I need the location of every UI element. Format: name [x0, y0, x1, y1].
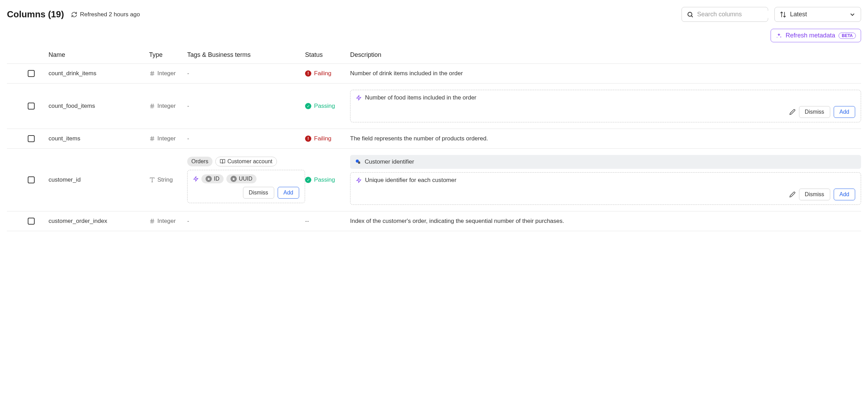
cell-tags: - — [187, 218, 305, 225]
svg-line-4 — [151, 71, 152, 76]
dismiss-button[interactable]: Dismiss — [799, 106, 830, 118]
svg-rect-20 — [359, 162, 360, 162]
cell-name: count_drink_items — [49, 70, 149, 77]
passing-icon: ✓ — [305, 103, 311, 109]
svg-marker-10 — [357, 95, 361, 100]
table-header: Name Type Tags & Business terms Status D… — [7, 46, 861, 64]
status-label: Failing — [314, 70, 331, 77]
svg-marker-17 — [194, 176, 198, 181]
svg-line-24 — [151, 219, 152, 224]
cell-tags: Orders Customer account ★ ID — [187, 157, 305, 203]
failing-icon: ! — [305, 136, 311, 142]
suggestion-box: Unique identifier for each customer Dism… — [350, 172, 861, 205]
cell-type: Integer — [149, 70, 187, 77]
cell-description: Number of food items included in the ord… — [350, 90, 861, 122]
cell-type: Integer — [149, 103, 187, 110]
suggested-tag[interactable]: ★ ID — [201, 174, 224, 183]
refresh-metadata-label: Refresh metadata — [785, 32, 835, 39]
tag-label: UUID — [239, 176, 252, 182]
tag-label: Customer account — [227, 158, 272, 165]
type-label: String — [157, 176, 173, 183]
hash-icon — [149, 103, 155, 109]
row-checkbox[interactable] — [28, 176, 35, 183]
table-row: customer_order_index Integer - -- Index … — [7, 211, 861, 231]
add-button[interactable]: Add — [278, 187, 299, 199]
sort-select[interactable]: Latest — [774, 7, 861, 22]
bolt-icon — [356, 95, 362, 101]
page-header: Columns (19) Refreshed 2 hours ago Lates… — [7, 7, 861, 22]
status-badge: ! Failing — [305, 70, 350, 77]
table-row: count_items Integer - ! Failing The fiel… — [7, 129, 861, 149]
th-tags: Tags & Business terms — [187, 51, 305, 59]
cell-description: Index of the customer's order, indicatin… — [350, 218, 861, 225]
table-row: count_food_items Integer - ✓ Passing Num… — [7, 84, 861, 129]
add-button[interactable]: Add — [834, 189, 855, 200]
cell-name: customer_id — [49, 176, 149, 183]
th-description: Description — [350, 51, 861, 59]
svg-point-0 — [688, 12, 692, 16]
tag-label: ID — [214, 176, 219, 182]
cell-type: Integer — [149, 135, 187, 142]
th-type: Type — [149, 51, 187, 59]
svg-line-14 — [153, 136, 154, 141]
cell-type: String — [149, 176, 187, 183]
dismiss-button[interactable]: Dismiss — [243, 187, 274, 199]
refresh-metadata-button[interactable]: Refresh metadata BETA — [771, 29, 861, 42]
row-checkbox[interactable] — [28, 218, 35, 225]
row-checkbox[interactable] — [28, 135, 35, 142]
sparkle-icon — [776, 33, 782, 39]
page-title: Columns (19) — [7, 9, 64, 20]
svg-line-1 — [692, 16, 693, 17]
refresh-metadata-row: Refresh metadata BETA — [7, 29, 861, 42]
star-icon: ★ — [231, 176, 237, 182]
star-icon: ★ — [206, 176, 212, 182]
status-badge: ! Failing — [305, 135, 350, 142]
cell-description: The field represents the number of produ… — [350, 135, 861, 142]
cell-tags: - — [187, 70, 305, 77]
row-checkbox[interactable] — [28, 103, 35, 110]
table-row: count_drink_items Integer - ! Failing Nu… — [7, 64, 861, 84]
tag-pill[interactable]: Customer account — [215, 157, 277, 166]
sort-label: Latest — [790, 11, 807, 18]
suggestion-box: Number of food items included in the ord… — [350, 90, 861, 122]
identifier-icon — [355, 159, 361, 165]
th-name: Name — [49, 51, 149, 59]
edit-icon[interactable] — [789, 191, 796, 198]
sort-icon — [780, 11, 787, 18]
type-label: Integer — [157, 70, 176, 77]
bolt-icon — [356, 177, 362, 183]
add-button[interactable]: Add — [834, 106, 855, 118]
table-row: customer_id String Orders Customer accou… — [7, 149, 861, 211]
row-checkbox[interactable] — [28, 70, 35, 77]
search-input[interactable] — [697, 11, 778, 18]
tags-suggestion-box: ★ ID ★ UUID Dismiss Add — [187, 170, 305, 203]
suggested-tag[interactable]: ★ UUID — [226, 174, 257, 183]
suggestion-text: Number of food items included in the ord… — [365, 94, 476, 101]
cell-name: count_food_items — [49, 103, 149, 110]
status-label: Passing — [314, 103, 335, 110]
header-left: Columns (19) Refreshed 2 hours ago — [7, 9, 140, 20]
columns-table: Name Type Tags & Business terms Status D… — [7, 46, 861, 231]
dismiss-button[interactable]: Dismiss — [799, 189, 830, 200]
tag-pill[interactable]: Orders — [187, 157, 212, 166]
type-label: Integer — [157, 218, 176, 225]
svg-marker-21 — [357, 178, 361, 182]
info-strip: Customer identifier — [350, 155, 861, 169]
cell-description: Number of drink items included in the or… — [350, 70, 861, 77]
status-badge: ✓ Passing — [305, 103, 350, 110]
cell-tags: - — [187, 103, 305, 110]
cell-name: count_items — [49, 135, 149, 142]
passing-icon: ✓ — [305, 177, 311, 183]
beta-badge: BETA — [839, 33, 856, 39]
cell-tags: - — [187, 135, 305, 142]
svg-line-8 — [151, 104, 152, 108]
svg-line-9 — [153, 104, 154, 108]
refresh-info: Refreshed 2 hours ago — [71, 11, 140, 18]
svg-line-25 — [153, 219, 154, 224]
svg-line-5 — [153, 71, 154, 76]
status-label: Failing — [314, 135, 331, 142]
status-badge: ✓ Passing — [305, 176, 350, 183]
search-input-wrapper[interactable] — [682, 7, 768, 22]
th-status: Status — [305, 51, 350, 59]
edit-icon[interactable] — [789, 109, 796, 115]
